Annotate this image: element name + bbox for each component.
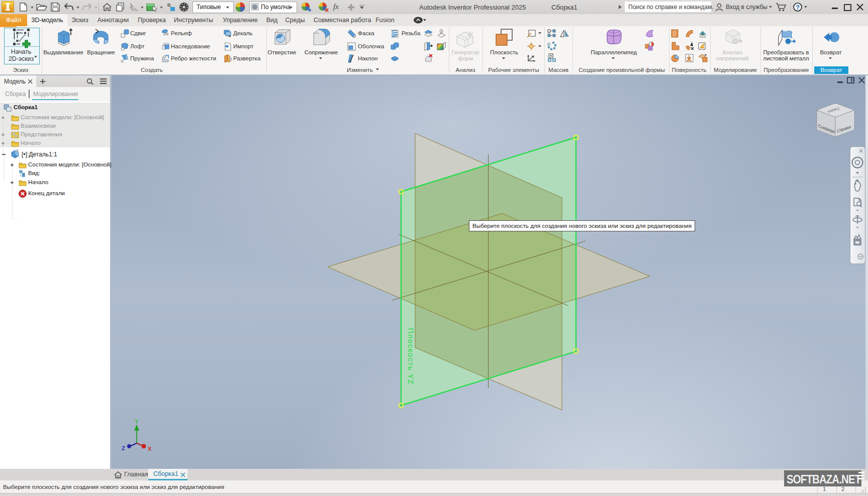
svg-text:X: X xyxy=(148,446,152,452)
svg-text:?: ? xyxy=(796,4,800,11)
svg-text:Z: Z xyxy=(122,445,125,451)
svg-text:Плоскость YZ: Плоскость YZ xyxy=(407,328,415,385)
svg-text:Y: Y xyxy=(135,419,139,425)
